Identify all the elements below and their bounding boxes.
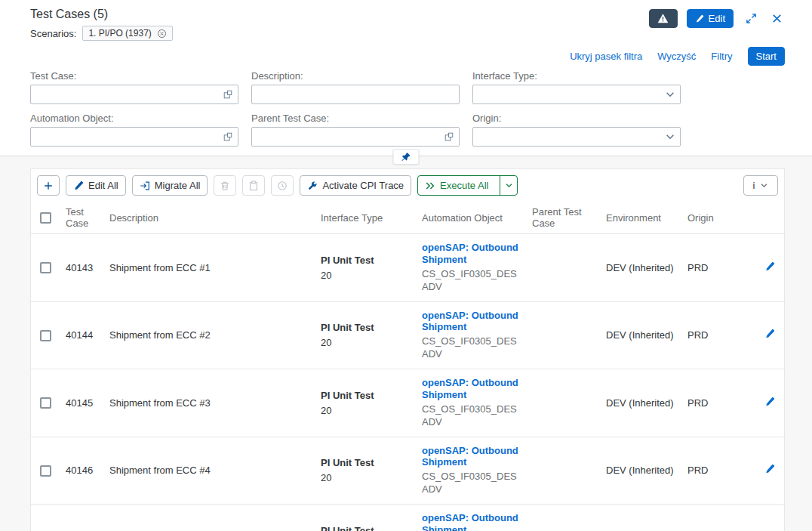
filters-link[interactable]: Filtry xyxy=(711,51,732,62)
content-area: Edit All Migrate All xyxy=(0,156,812,531)
test-case-description: Shipment from ECC #2 xyxy=(103,301,315,369)
expand-icon[interactable] xyxy=(743,11,759,27)
automation-object-link[interactable]: openSAP: Outbound Shipment xyxy=(422,445,520,469)
filter-label-test-case: Test Case: xyxy=(30,70,238,82)
scenario-token[interactable]: 1. PI/PO (1937) xyxy=(82,26,172,41)
row-checkbox[interactable] xyxy=(40,397,51,409)
description-filter-input[interactable] xyxy=(251,85,460,104)
origin: PRD xyxy=(681,234,757,302)
messages-button[interactable] xyxy=(649,9,678,28)
table-toolbar: Edit All Migrate All xyxy=(31,169,784,202)
edit-button-label: Edit xyxy=(709,13,725,24)
column-header-description: Description xyxy=(103,202,315,234)
filter-label-parent-test-case: Parent Test Case: xyxy=(251,113,460,124)
pencil-icon xyxy=(73,181,84,191)
origin: PRD xyxy=(681,437,757,505)
environment: DEV (Inherited) xyxy=(600,301,681,369)
interface-type-code: 20 xyxy=(321,270,410,281)
add-button[interactable] xyxy=(37,175,60,196)
delete-button xyxy=(214,175,236,196)
table-row: 40147 Shipment from ECC #5 PI Unit Test … xyxy=(31,505,786,531)
row-checkbox[interactable] xyxy=(40,262,51,273)
table-row: 40146 Shipment from ECC #4 PI Unit Test … xyxy=(31,437,786,505)
value-help-icon[interactable] xyxy=(218,85,238,103)
test-case-id: 40144 xyxy=(60,301,103,369)
test-case-id: 40145 xyxy=(60,369,103,437)
interface-type-code: 20 xyxy=(321,472,410,483)
column-header-origin: Origin xyxy=(681,202,757,234)
migrate-icon xyxy=(140,181,150,191)
parent-test-case xyxy=(526,437,600,505)
column-header-actions xyxy=(757,202,786,234)
wrench-icon xyxy=(307,181,318,191)
edit-button[interactable]: Edit xyxy=(687,9,734,28)
execute-all-main[interactable]: Execute All xyxy=(418,176,495,195)
scenario-token-label: 1. PI/PO (1937) xyxy=(88,28,151,39)
edit-all-label: Edit All xyxy=(88,180,118,191)
edit-pencil-icon xyxy=(695,14,704,23)
chevron-down-icon xyxy=(660,128,680,146)
history-button xyxy=(271,175,294,196)
execute-all-dropdown[interactable] xyxy=(500,176,517,195)
table-row: 40143 Shipment from ECC #1 PI Unit Test … xyxy=(31,234,786,302)
parent-test-case xyxy=(526,505,600,531)
test-case-description: Shipment from ECC #3 xyxy=(103,369,315,437)
environment: DEV (Inherited) xyxy=(600,505,681,531)
page-title: Test Cases (5) xyxy=(30,8,173,21)
column-header-automation-object: Automation Object xyxy=(416,202,526,234)
clear-link[interactable]: Wyczyść xyxy=(657,51,696,62)
test-case-description: Shipment from ECC #5 xyxy=(103,505,315,531)
row-checkbox[interactable] xyxy=(40,465,51,477)
automation-object-link[interactable]: openSAP: Outbound Shipment xyxy=(422,310,520,334)
interface-type-filter-select[interactable] xyxy=(472,85,681,104)
hide-filterbar-link[interactable]: Ukryj pasek filtra xyxy=(570,51,642,62)
test-case-description: Shipment from ECC #4 xyxy=(103,437,315,505)
migrate-all-button[interactable]: Migrate All xyxy=(132,175,208,196)
automation-object-id: CS_OS_IF0305_DESADV xyxy=(422,268,520,294)
row-edit-icon[interactable] xyxy=(764,329,775,339)
start-button[interactable]: Start xyxy=(748,47,785,66)
pin-filterbar-button[interactable] xyxy=(393,149,420,165)
edit-all-button[interactable]: Edit All xyxy=(66,175,126,196)
table-header-row: Test Case Description Interface Type Aut… xyxy=(31,202,786,234)
automation-object-link[interactable]: openSAP: Outbound Shipment xyxy=(422,242,520,266)
parent-test-case-filter-input[interactable] xyxy=(251,127,460,147)
origin: PRD xyxy=(681,369,757,437)
warning-icon xyxy=(657,13,669,24)
filter-label-description: Description: xyxy=(251,70,460,82)
row-edit-icon[interactable] xyxy=(764,464,775,474)
paste-button xyxy=(242,175,265,196)
row-checkbox[interactable] xyxy=(40,330,51,341)
info-label: i xyxy=(753,180,755,191)
automation-object-link[interactable]: openSAP: Outbound Shipment xyxy=(422,512,520,531)
close-icon[interactable] xyxy=(768,11,785,27)
test-case-id: 40143 xyxy=(60,234,103,302)
table-row: 40145 Shipment from ECC #3 PI Unit Test … xyxy=(31,369,786,437)
execute-all-label: Execute All xyxy=(440,180,488,191)
column-header-environment: Environment xyxy=(600,202,681,234)
origin-filter-select[interactable] xyxy=(472,127,681,147)
row-edit-icon[interactable] xyxy=(764,397,775,407)
test-case-id: 40147 xyxy=(60,505,103,531)
automation-object-link[interactable]: openSAP: Outbound Shipment xyxy=(422,377,520,401)
value-help-icon[interactable] xyxy=(218,128,238,146)
filter-label-automation-object: Automation Object: xyxy=(30,113,238,124)
row-edit-icon[interactable] xyxy=(764,261,775,272)
origin: PRD xyxy=(681,301,757,369)
info-dropdown-button[interactable]: i xyxy=(743,175,778,196)
automation-object-filter-input[interactable] xyxy=(30,127,238,147)
value-help-icon[interactable] xyxy=(439,128,459,146)
test-case-filter-input[interactable] xyxy=(30,85,238,104)
test-case-description: Shipment from ECC #1 xyxy=(103,234,315,302)
automation-object-id: CS_OS_IF0305_DESADV xyxy=(422,471,520,496)
activate-cpi-trace-button[interactable]: Activate CPI Trace xyxy=(300,175,411,196)
parent-test-case xyxy=(526,301,600,369)
column-header-test-case: Test Case xyxy=(60,202,103,234)
parent-test-case xyxy=(526,234,600,302)
column-header-interface-type: Interface Type xyxy=(315,202,416,234)
interface-type-name: PI Unit Test xyxy=(321,322,410,333)
pin-icon xyxy=(401,152,411,162)
token-remove-icon[interactable] xyxy=(157,29,167,39)
select-all-checkbox[interactable] xyxy=(40,212,51,224)
parent-test-case xyxy=(526,369,600,437)
